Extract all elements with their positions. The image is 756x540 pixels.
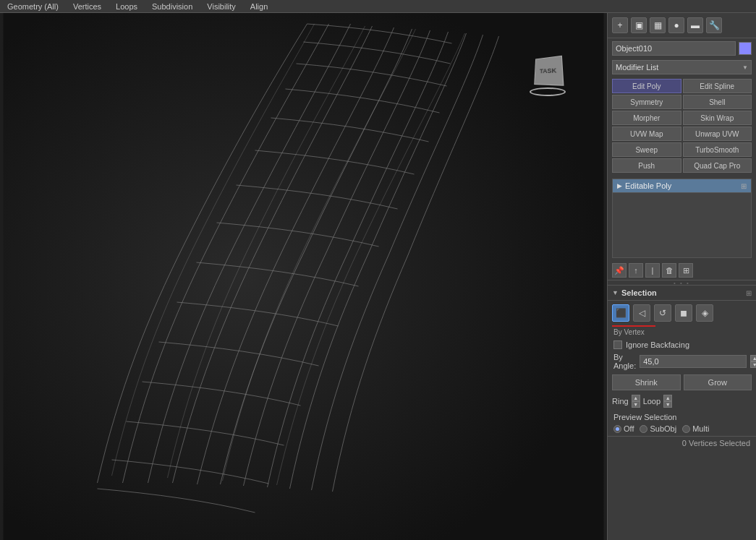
preview-multi-label: Multi — [692, 424, 709, 433]
modifier-stack: ▶ Editable Poly ⊞ — [612, 179, 752, 258]
angle-up-button[interactable]: ▲ — [750, 355, 756, 361]
loop-spinner[interactable]: ▲ ▼ — [663, 395, 672, 408]
by-angle-row: By Angle: ▲ ▼ — [608, 351, 756, 372]
viewport-canvas: TASK — [0, 13, 607, 540]
cube-face-top[interactable]: TASK — [534, 56, 564, 86]
rect-icon: ▬ — [691, 20, 700, 30]
shrink-button[interactable]: Shrink — [612, 374, 681, 390]
mesh-display — [0, 13, 607, 540]
selection-section-header[interactable]: ▼ Selection ⊞ — [608, 285, 756, 301]
menu-vertices[interactable]: Vertices — [66, 2, 109, 11]
main-layout: TASK + ▣ ▦ ● ▬ 🔧 — [0, 13, 756, 540]
selection-section-title: Selection — [621, 288, 657, 297]
ring-spinner[interactable]: ▲ ▼ — [632, 395, 640, 408]
grow-button[interactable]: Grow — [684, 374, 752, 390]
ignore-backfacing-label: Ignore Backfacing — [626, 340, 689, 349]
ring-up-button[interactable]: ▲ — [632, 395, 640, 401]
mod-btn-unwrap-uvw[interactable]: Unwrap UVW — [683, 127, 752, 141]
loop-up-button[interactable]: ▲ — [663, 395, 672, 401]
preview-subobj-label: SubObj — [650, 424, 676, 433]
by-vertex-indicator — [612, 325, 655, 327]
preview-subobj-option[interactable]: SubObj — [640, 424, 676, 433]
select-border-button[interactable]: ↺ — [654, 304, 671, 322]
menu-align[interactable]: Align — [243, 2, 275, 11]
by-angle-spinner[interactable]: ▲ ▼ — [750, 355, 756, 368]
modifier-list-row: Modifier List ▼ — [608, 59, 756, 76]
mod-btn-sweep[interactable]: Sweep — [612, 142, 681, 157]
add-modifier-button[interactable]: + — [612, 17, 628, 33]
show-result-button[interactable]: ▦ — [650, 17, 666, 33]
dropdown-arrow-icon: ▼ — [742, 64, 748, 71]
stack-delete-button[interactable]: 🗑 — [662, 263, 676, 278]
vertices-selected-status: 0 Vertices Selected — [682, 439, 750, 447]
angle-down-button[interactable]: ▼ — [750, 361, 756, 368]
viewport[interactable]: TASK — [0, 13, 608, 540]
object-name-input[interactable] — [612, 41, 736, 56]
section-pin-icon[interactable]: ⊞ — [746, 289, 752, 297]
modifier-list-label: Modifier List — [616, 63, 658, 72]
stack-item-arrow-icon: ▶ — [617, 182, 622, 189]
preview-multi-radio[interactable] — [682, 425, 690, 433]
stack-move-down-button[interactable]: | — [645, 263, 660, 278]
modifier-stack-item-editable-poly[interactable]: ▶ Editable Poly ⊞ — [613, 179, 751, 193]
shape-icon: ▣ — [635, 20, 643, 30]
navigation-gizmo[interactable]: TASK — [527, 56, 567, 96]
section-collapse-arrow-icon: ▼ — [612, 289, 619, 296]
preview-off-option[interactable]: Off — [613, 424, 634, 433]
remove-modifier-button[interactable]: ▬ — [687, 17, 703, 33]
ignore-backfacing-checkbox[interactable] — [613, 340, 622, 349]
preview-multi-option[interactable]: Multi — [682, 424, 709, 433]
shrink-grow-row: Shrink Grow — [608, 372, 756, 393]
mod-btn-uvw-map[interactable]: UVW Map — [612, 127, 681, 141]
object-name-row — [608, 38, 756, 59]
menu-subdivision[interactable]: Subdivision — [145, 2, 200, 11]
mod-btn-symmetry[interactable]: Symmetry — [612, 95, 681, 109]
menu-loops[interactable]: Loops — [109, 2, 145, 11]
preview-selection-label: Preview Selection — [608, 410, 756, 423]
mod-btn-edit-spline[interactable]: Edit Spline — [683, 79, 752, 93]
svg-rect-0 — [4, 13, 604, 540]
preview-subobj-radio[interactable] — [640, 425, 647, 433]
stack-item-options-icon[interactable]: ⊞ — [741, 182, 747, 190]
modifier-list-dropdown[interactable]: Modifier List ▼ — [612, 60, 752, 74]
mod-btn-morpher[interactable]: Morpher — [612, 111, 681, 125]
delete-icon: 🗑 — [666, 266, 674, 275]
status-bar: 0 Vertices Selected — [608, 436, 756, 450]
grid-icon: ▦ — [654, 20, 662, 30]
preview-off-radio[interactable] — [613, 425, 621, 433]
show-modifier-button[interactable]: ▣ — [631, 17, 647, 33]
select-element-button[interactable]: ◈ — [696, 304, 713, 322]
cube-ring[interactable] — [530, 87, 566, 96]
select-face-button[interactable]: ◼ — [675, 304, 692, 322]
face-icon: ◼ — [680, 308, 687, 318]
mod-btn-push[interactable]: Push — [612, 158, 681, 173]
mod-btn-edit-poly[interactable]: Edit Poly — [612, 79, 681, 93]
vertex-icon: ⬛ — [616, 308, 627, 318]
preview-off-label: Off — [624, 424, 634, 433]
object-color-swatch[interactable] — [739, 42, 752, 55]
configure-button[interactable]: 🔧 — [706, 17, 722, 33]
menu-geometry[interactable]: Geometry (All) — [0, 2, 66, 11]
by-angle-input[interactable] — [640, 355, 747, 368]
modifier-buttons-grid: Edit Poly Edit Spline Symmetry Shell Mor… — [608, 76, 756, 176]
stack-toolbar: 📌 ↑ | 🗑 ⊞ — [608, 261, 756, 280]
preview-radio-row: Off SubObj Multi — [608, 423, 756, 436]
menu-visibility[interactable]: Visibility — [200, 2, 243, 11]
ring-down-button[interactable]: ▼ — [632, 401, 640, 408]
ring-loop-row: Ring ▲ ▼ Loop ▲ ▼ — [608, 393, 756, 410]
mod-btn-skin-wrap[interactable]: Skin Wrap — [683, 111, 752, 125]
mod-btn-quad-cap-pro[interactable]: Quad Cap Pro — [683, 158, 752, 173]
plus-icon: + — [617, 20, 622, 30]
mod-btn-shell[interactable]: Shell — [683, 95, 752, 109]
stack-options-button[interactable]: ⊞ — [679, 263, 693, 278]
mod-btn-turbosmooth[interactable]: TurboSmooth — [683, 142, 752, 157]
by-angle-label: By Angle: — [613, 353, 636, 370]
stack-pin-button[interactable]: 📌 — [612, 263, 627, 278]
loop-down-button[interactable]: ▼ — [663, 401, 672, 408]
select-vertex-button[interactable]: ⬛ — [612, 304, 629, 322]
make-unique-button[interactable]: ● — [668, 17, 684, 33]
ignore-backfacing-row: Ignore Backfacing — [608, 339, 756, 351]
panel-icons-row: + ▣ ▦ ● ▬ 🔧 — [608, 13, 756, 38]
stack-move-up-button[interactable]: ↑ — [629, 263, 643, 278]
select-edge-button[interactable]: ◁ — [633, 304, 650, 322]
